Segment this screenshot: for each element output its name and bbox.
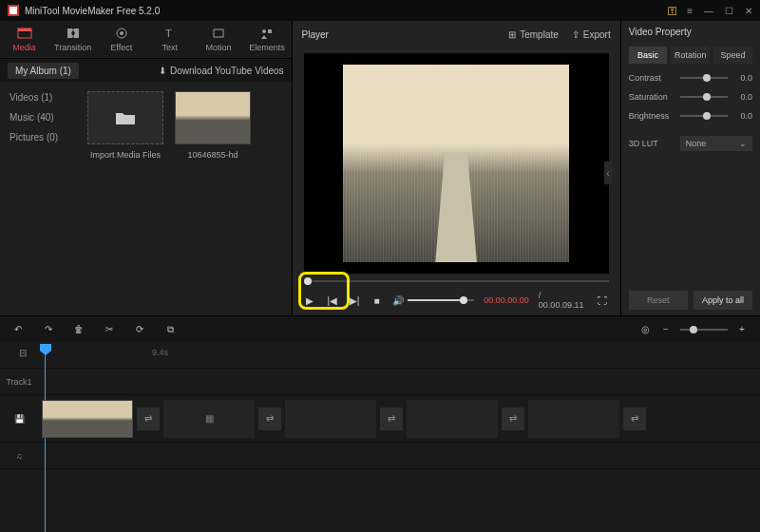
scrub-bar[interactable] xyxy=(304,277,609,285)
export-button[interactable]: ⇪Export xyxy=(572,29,611,40)
time-duration: / 00.00.09.11 xyxy=(539,291,586,310)
zoom-in-button[interactable]: + xyxy=(735,324,749,334)
timeline-ruler[interactable]: ⊟ 9.4s xyxy=(0,342,760,369)
import-media-tile[interactable]: Import Media Files xyxy=(87,91,163,160)
prev-frame-button[interactable]: |◀ xyxy=(326,295,338,306)
property-title: Video Property xyxy=(629,27,752,37)
download-youtube-button[interactable]: ⬇Download YouTube Videos xyxy=(159,66,284,76)
track-label-row: Track1 xyxy=(0,369,760,395)
contrast-slider[interactable] xyxy=(680,77,728,79)
prop-tab-basic[interactable]: Basic xyxy=(629,47,668,64)
timeline: ⊟ 9.4s Track1 💾 ⇄ ▦ ⇄ ⇄ ⇄ ⇄ ♫ xyxy=(0,342,760,469)
zoom-out-button[interactable]: − xyxy=(659,324,673,334)
svg-point-4 xyxy=(120,31,124,35)
saturation-row: Saturation 0.0 xyxy=(629,92,752,102)
brightness-slider[interactable] xyxy=(680,115,728,117)
player-title: Player xyxy=(302,29,496,40)
panel-collapse-handle[interactable]: ‹ xyxy=(604,162,612,184)
svg-rect-2 xyxy=(18,28,31,31)
maximize-button[interactable]: ☐ xyxy=(725,6,733,16)
split-button[interactable]: ✂ xyxy=(103,324,116,334)
tab-text[interactable]: TText xyxy=(145,21,194,58)
cat-videos[interactable]: Videos (1) xyxy=(0,87,78,107)
brightness-row: Brightness 0.0 xyxy=(629,111,752,121)
preview-image xyxy=(343,65,569,263)
transition-slot[interactable]: ⇄ xyxy=(623,408,646,430)
ruler-tick: 9.4s xyxy=(152,348,168,357)
empty-slot[interactable] xyxy=(407,400,498,438)
reset-button[interactable]: Reset xyxy=(629,291,688,310)
app-title: MiniTool MovieMaker Free 5.2.0 xyxy=(25,6,668,16)
saturation-slider[interactable] xyxy=(680,96,728,98)
media-panel: Media Transition Effect TText Motion Ele… xyxy=(0,21,292,315)
storyboard-icon[interactable]: ⊟ xyxy=(19,348,32,361)
download-icon: ⬇ xyxy=(159,66,166,76)
video-track[interactable]: 💾 ⇄ ▦ ⇄ ⇄ ⇄ ⇄ xyxy=(0,395,760,443)
key-icon[interactable]: ⚿ xyxy=(668,6,677,16)
prop-tab-rotation[interactable]: Rotation xyxy=(671,47,710,64)
property-panel: Video Property Basic Rotation Speed Cont… xyxy=(621,21,760,315)
transition-slot[interactable]: ⇄ xyxy=(380,408,403,430)
menu-icon[interactable]: ≡ xyxy=(687,6,693,16)
folder-icon xyxy=(87,91,163,144)
crop-button[interactable]: ⧉ xyxy=(163,324,177,335)
player-viewport[interactable] xyxy=(304,53,609,274)
effect-icon xyxy=(114,27,129,40)
elements-icon xyxy=(259,27,275,40)
album-label[interactable]: My Album (1) xyxy=(8,63,79,79)
transition-icon xyxy=(66,27,81,40)
time-current: 00.00.00.00 xyxy=(484,295,529,305)
fullscreen-button[interactable]: ⛶ xyxy=(596,295,608,306)
tab-transition[interactable]: Transition xyxy=(48,21,97,58)
cat-music[interactable]: Music (40) xyxy=(0,107,78,127)
template-button[interactable]: ⊞Template xyxy=(508,29,559,40)
template-icon: ⊞ xyxy=(508,29,516,40)
volume-control[interactable]: 🔊 xyxy=(392,295,474,306)
svg-marker-9 xyxy=(261,35,267,39)
transition-slot[interactable]: ⇄ xyxy=(137,408,160,430)
playhead-marker[interactable] xyxy=(40,344,51,355)
chevron-down-icon: ⌄ xyxy=(739,139,747,148)
fit-button[interactable]: ◎ xyxy=(638,324,652,334)
prop-tab-speed[interactable]: Speed xyxy=(713,47,752,64)
tab-effect[interactable]: Effect xyxy=(97,21,145,58)
player-panel: Player ⊞Template ⇪Export ▶ |◀ ▶| ■ 🔊 00.… xyxy=(292,21,621,315)
speed-button[interactable]: ⟳ xyxy=(133,324,146,334)
title-bar: MiniTool MovieMaker Free 5.2.0 ⚿ ≡ — ☐ ✕ xyxy=(0,0,760,21)
motion-icon xyxy=(211,27,226,40)
undo-button[interactable]: ↶ xyxy=(11,324,25,334)
svg-rect-0 xyxy=(10,7,17,14)
redo-button[interactable]: ↷ xyxy=(42,324,55,334)
transition-slot[interactable]: ⇄ xyxy=(258,408,281,430)
minimize-button[interactable]: — xyxy=(704,6,713,16)
text-icon: T xyxy=(162,27,178,40)
media-clip-tile[interactable]: 10646855-hd xyxy=(175,91,251,160)
empty-slot[interactable] xyxy=(285,400,376,438)
svg-rect-8 xyxy=(268,29,272,33)
transition-slot[interactable]: ⇄ xyxy=(502,408,524,430)
empty-slot[interactable]: ▦ xyxy=(163,400,255,438)
tab-motion[interactable]: Motion xyxy=(194,21,242,58)
lut-row: 3D LUT None⌄ xyxy=(629,136,752,151)
audio-track[interactable]: ♫ xyxy=(0,443,760,469)
audio-track-icon: ♫ xyxy=(0,451,38,461)
next-frame-button[interactable]: ▶| xyxy=(348,295,360,306)
svg-rect-6 xyxy=(214,29,223,37)
svg-text:T: T xyxy=(165,28,172,39)
tab-elements[interactable]: Elements xyxy=(242,21,291,58)
album-bar: My Album (1) ⬇Download YouTube Videos xyxy=(0,59,292,82)
zoom-slider[interactable] xyxy=(680,329,728,331)
delete-button[interactable]: 🗑 xyxy=(72,324,86,334)
close-button[interactable]: ✕ xyxy=(745,6,752,16)
empty-slot[interactable] xyxy=(528,400,619,438)
volume-icon: 🔊 xyxy=(392,295,404,306)
cat-pictures[interactable]: Pictures (0) xyxy=(0,127,78,147)
apply-all-button[interactable]: Apply to all xyxy=(694,291,752,310)
timeline-clip[interactable] xyxy=(42,400,133,438)
stop-button[interactable]: ■ xyxy=(370,295,383,306)
lut-select[interactable]: None⌄ xyxy=(680,136,752,151)
tab-media[interactable]: Media xyxy=(0,21,48,58)
play-button[interactable]: ▶ xyxy=(304,295,316,306)
contrast-row: Contrast 0.0 xyxy=(629,73,752,83)
timeline-toolbar: ↶ ↷ 🗑 ✂ ⟳ ⧉ ◎ − + xyxy=(0,315,760,342)
